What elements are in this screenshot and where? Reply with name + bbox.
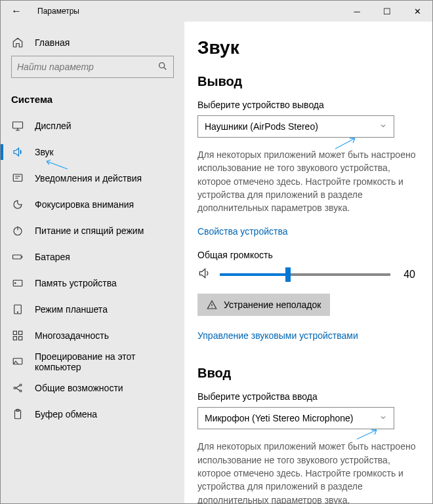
svg-point-15 xyxy=(20,384,22,386)
svg-point-8 xyxy=(17,312,18,313)
output-desc: Для некоторых приложений может быть наст… xyxy=(197,148,419,214)
output-select-label: Выберите устройство вывода xyxy=(197,100,419,110)
nav-battery[interactable]: Батарея xyxy=(1,244,184,270)
output-heading: Вывод xyxy=(197,74,419,89)
nav-notifications[interactable]: Уведомления и действия xyxy=(1,165,184,191)
sound-icon xyxy=(11,145,24,159)
svg-point-16 xyxy=(20,390,22,392)
nav-focus[interactable]: Фокусировка внимания xyxy=(1,191,184,218)
svg-rect-9 xyxy=(13,331,16,334)
home-nav[interactable]: Главная xyxy=(1,29,184,56)
input-heading: Ввод xyxy=(197,366,419,381)
multitask-icon xyxy=(11,329,24,342)
close-button[interactable]: ✕ xyxy=(402,1,432,22)
nav-multitask[interactable]: Многозадачность xyxy=(1,322,184,349)
input-device-dropdown[interactable]: Микрофон (Yeti Stereo Microphone) xyxy=(197,407,394,429)
svg-rect-10 xyxy=(19,331,22,334)
search-input[interactable] xyxy=(11,56,174,78)
home-label: Главная xyxy=(35,37,70,48)
warning-icon xyxy=(207,300,217,310)
volume-icon xyxy=(197,267,213,282)
svg-point-14 xyxy=(14,387,16,389)
device-properties-link[interactable]: Свойства устройства xyxy=(197,226,288,237)
back-button[interactable]: ← xyxy=(1,5,32,17)
battery-icon xyxy=(11,250,24,263)
input-device-value: Микрофон (Yeti Stereo Microphone) xyxy=(205,413,353,423)
storage-icon xyxy=(11,277,24,290)
nav-projecting[interactable]: Проецирование на этот компьютер xyxy=(1,349,184,375)
focus-icon xyxy=(11,198,24,211)
chevron-down-icon xyxy=(379,413,387,423)
nav-clipboard[interactable]: Буфер обмена xyxy=(1,401,184,427)
volume-label: Общая громкость xyxy=(197,250,419,260)
tablet-icon xyxy=(11,303,24,316)
page-title: Звук xyxy=(197,37,419,58)
manage-devices-link[interactable]: Управление звуковыми устройствами xyxy=(197,330,358,341)
svg-rect-12 xyxy=(19,337,22,340)
minimize-button[interactable]: ─ xyxy=(342,1,372,22)
nav-power[interactable]: Питание и спящий режим xyxy=(1,218,184,244)
volume-slider[interactable] xyxy=(220,273,390,276)
svg-point-0 xyxy=(159,62,165,68)
home-icon xyxy=(11,36,24,49)
window-title: Параметры xyxy=(32,7,342,16)
input-desc: Для некоторых приложений может быть наст… xyxy=(197,440,419,503)
projecting-icon xyxy=(11,355,24,368)
sidebar: Главная Система Дисплей Звук xyxy=(1,22,184,503)
content: Звук Вывод Выберите устройство вывода На… xyxy=(184,22,432,503)
svg-rect-11 xyxy=(13,337,16,340)
svg-rect-1 xyxy=(13,122,23,128)
nav-shared[interactable]: Общие возможности xyxy=(1,375,184,401)
output-device-dropdown[interactable]: Наушники (AirPods Stereo) xyxy=(197,115,394,138)
display-icon xyxy=(11,119,24,132)
input-select-label: Выберите устройства ввода xyxy=(197,391,419,402)
nav-storage[interactable]: Память устройства xyxy=(1,270,184,296)
power-icon xyxy=(11,224,24,237)
svg-point-6 xyxy=(15,282,16,284)
nav-tablet[interactable]: Режим планшета xyxy=(1,296,184,322)
category-title: Система xyxy=(1,88,184,113)
troubleshoot-button[interactable]: Устранение неполадок xyxy=(197,294,330,316)
chevron-down-icon xyxy=(379,121,387,132)
nav-sound[interactable]: Звук xyxy=(1,139,184,165)
shared-icon xyxy=(11,381,24,395)
nav-display[interactable]: Дисплей xyxy=(1,113,184,139)
volume-value: 40 xyxy=(403,269,419,281)
titlebar: ← Параметры ─ ☐ ✕ xyxy=(1,1,432,22)
output-device-value: Наушники (AirPods Stereo) xyxy=(205,121,318,132)
search-field[interactable] xyxy=(17,62,157,72)
maximize-button[interactable]: ☐ xyxy=(372,1,402,22)
svg-rect-4 xyxy=(13,255,22,259)
svg-rect-2 xyxy=(13,174,22,182)
clipboard-icon xyxy=(11,408,24,421)
search-icon xyxy=(157,61,168,73)
notifications-icon xyxy=(11,172,24,185)
